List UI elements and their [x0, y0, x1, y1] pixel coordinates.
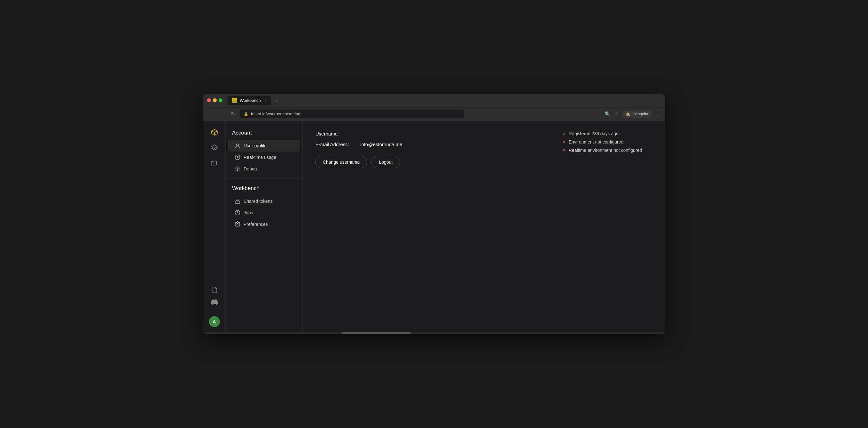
- status-item-realtime: ✕ Realtime environment not configured: [562, 148, 652, 153]
- check-icon: ✓: [562, 131, 566, 136]
- nav-item-preferences[interactable]: Preferences: [228, 219, 300, 230]
- close-window-button[interactable]: [207, 98, 211, 102]
- svg-point-9: [237, 224, 239, 225]
- url-bar[interactable]: 🔒 fused.io/workbench/settings: [240, 109, 464, 118]
- active-nav-indicator: [226, 140, 226, 152]
- new-tab-button[interactable]: +: [273, 97, 280, 104]
- status-panel: ✓ Registered 239 days ago ✕ Environment …: [562, 131, 652, 168]
- nav-item-jobs[interactable]: Jobs: [228, 207, 300, 219]
- change-username-button[interactable]: Change username: [315, 156, 367, 168]
- incognito-label: Incognito: [632, 112, 648, 116]
- nav-item-user-profile-label: User profile: [244, 143, 267, 148]
- minimize-window-button[interactable]: [213, 98, 217, 102]
- sidebar-icon-cube[interactable]: [208, 126, 221, 139]
- svg-rect-0: [234, 99, 236, 102]
- svg-point-3: [237, 144, 239, 146]
- bookmark-icon[interactable]: ☆: [615, 111, 619, 117]
- icon-sidebar: A: [203, 121, 226, 332]
- security-icon: 🔒: [244, 112, 248, 116]
- active-tab[interactable]: Workbench ×: [227, 96, 271, 105]
- status-item-registered: ✓ Registered 239 days ago: [562, 131, 652, 136]
- user-avatar-container: A: [209, 316, 220, 327]
- browser-menu-button[interactable]: ⋮: [655, 110, 661, 118]
- tab-title: Workbench: [240, 98, 261, 103]
- nav-item-debug[interactable]: Debug: [228, 163, 300, 174]
- content-area: Username: E-mail Address: info@estornuda…: [303, 121, 665, 332]
- profile-info: Username: E-mail Address: info@estornuda…: [315, 131, 549, 168]
- email-label: E-mail Address:: [315, 141, 360, 147]
- debug-icon: [235, 166, 240, 172]
- address-bar: ← → ↻ 🔒 fused.io/workbench/settings 🔍 ☆ …: [203, 107, 665, 121]
- nav-item-shared-tokens[interactable]: Shared tokens: [228, 195, 300, 207]
- search-icon[interactable]: 🔍: [604, 111, 611, 117]
- forward-button[interactable]: →: [218, 111, 226, 117]
- nav-divider: [226, 178, 302, 179]
- status-environment-text: Environment not configured: [569, 139, 623, 144]
- address-actions: 🔍 ☆ 🕵 Incognito ⋮: [604, 110, 661, 118]
- title-bar: Workbench × + ⌄: [203, 94, 665, 107]
- incognito-icon: 🕵: [626, 112, 630, 116]
- close-tab-button[interactable]: ×: [265, 98, 267, 102]
- preferences-icon: [235, 221, 240, 227]
- username-label: Username:: [315, 131, 360, 136]
- status-item-environment: ✕ Environment not configured: [562, 139, 652, 144]
- traffic-lights: [207, 98, 222, 102]
- svg-marker-2: [211, 145, 217, 149]
- account-section-title: Account: [226, 127, 302, 140]
- shared-tokens-icon: [235, 198, 240, 204]
- nav-item-user-profile[interactable]: User profile: [228, 140, 300, 152]
- action-buttons: Change username Logout: [315, 156, 549, 168]
- nav-item-debug-label: Debug: [244, 166, 257, 171]
- nav-sidebar: Account User profile: [226, 121, 303, 332]
- tab-expand-button[interactable]: ⌄: [658, 98, 661, 102]
- nav-item-jobs-label: Jobs: [244, 210, 253, 215]
- scrollbar-area[interactable]: [203, 332, 665, 334]
- content-main: Username: E-mail Address: info@estornuda…: [315, 131, 652, 168]
- scrollbar-thumb[interactable]: [342, 332, 411, 334]
- main-area: A Account User profile: [203, 121, 665, 332]
- svg-point-5: [237, 168, 239, 170]
- jobs-icon: [235, 210, 240, 216]
- status-registered-text: Registered 239 days ago: [569, 131, 619, 136]
- nav-item-shared-tokens-label: Shared tokens: [244, 199, 273, 204]
- sidebar-icon-folder[interactable]: [208, 157, 221, 169]
- fullscreen-window-button[interactable]: [219, 98, 222, 102]
- nav-item-preferences-label: Preferences: [244, 222, 268, 227]
- realtime-usage-icon: [235, 155, 240, 160]
- logout-button[interactable]: Logout: [372, 156, 400, 168]
- tab-favicon: [232, 98, 237, 103]
- email-value: info@estornuda.me: [360, 141, 402, 147]
- x-icon-realtime: ✕: [562, 148, 566, 153]
- sidebar-icon-layers[interactable]: [208, 141, 221, 154]
- nav-item-realtime-label: Real-time usage: [244, 155, 276, 160]
- sidebar-icon-discord[interactable]: [208, 296, 221, 308]
- workbench-section-title: Workbench: [226, 183, 302, 195]
- username-row: Username:: [315, 131, 549, 136]
- url-text: fused.io/workbench/settings: [251, 111, 302, 116]
- incognito-button[interactable]: 🕵 Incognito: [622, 110, 651, 118]
- status-realtime-text: Realtime environment not configured: [569, 148, 642, 153]
- reload-button[interactable]: ↻: [229, 111, 237, 117]
- tab-bar: Workbench × +: [227, 96, 279, 105]
- user-profile-icon: [235, 143, 240, 149]
- user-avatar[interactable]: A: [209, 316, 220, 327]
- nav-item-realtime-usage[interactable]: Real-time usage: [228, 152, 300, 163]
- email-row: E-mail Address: info@estornuda.me: [315, 141, 549, 147]
- x-icon-env: ✕: [562, 139, 566, 144]
- back-button[interactable]: ←: [207, 111, 215, 117]
- sidebar-icon-document[interactable]: [208, 280, 221, 293]
